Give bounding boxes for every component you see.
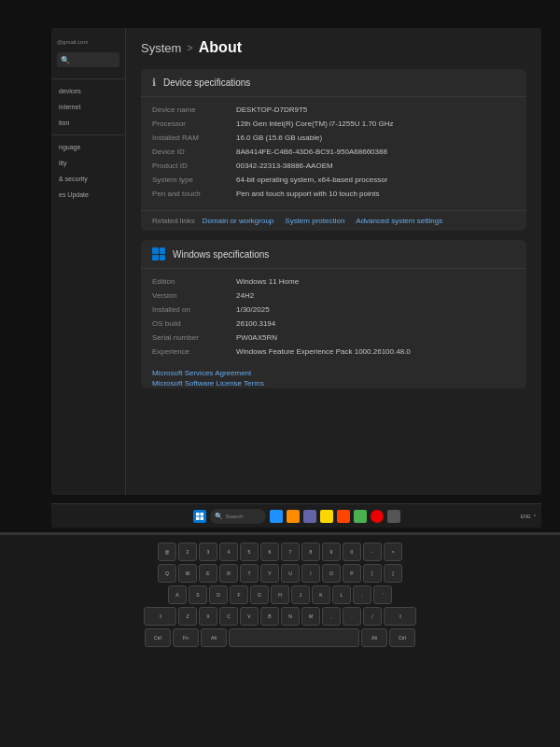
- key-shift-left[interactable]: ⇧: [144, 607, 176, 626]
- key-3[interactable]: 3: [199, 543, 217, 561]
- key-alt-right[interactable]: Alt: [361, 628, 387, 647]
- key-j[interactable]: J: [291, 585, 310, 604]
- key-l[interactable]: L: [332, 585, 351, 604]
- key-minus[interactable]: -: [363, 543, 382, 561]
- key-quote[interactable]: ': [373, 585, 392, 604]
- sidebar-item-accessibility[interactable]: lity: [51, 155, 125, 171]
- key-d[interactable]: D: [209, 585, 228, 604]
- taskbar-app-edge[interactable]: [270, 510, 283, 523]
- taskbar-chevron: ^: [534, 514, 536, 519]
- key-8[interactable]: 8: [301, 543, 320, 561]
- taskbar-app-4[interactable]: [354, 510, 367, 523]
- taskbar-app-netflix[interactable]: [371, 510, 384, 523]
- key-p[interactable]: P: [343, 564, 361, 583]
- windows-icon: [152, 247, 165, 261]
- win-spec-label-experience: Experience: [152, 347, 236, 356]
- key-b[interactable]: B: [260, 607, 279, 626]
- key-o[interactable]: O: [322, 564, 341, 583]
- screen-area: @gmail.com 🔍 devices internet tion nguag…: [51, 28, 541, 495]
- key-n[interactable]: N: [281, 607, 300, 626]
- svg-rect-0: [196, 513, 200, 516]
- key-6[interactable]: 6: [260, 543, 279, 561]
- taskbar-app-settings[interactable]: [387, 510, 400, 523]
- key-y[interactable]: Y: [260, 564, 279, 583]
- key-semicolon[interactable]: ;: [353, 585, 371, 604]
- key-shift-right[interactable]: ⇧: [384, 607, 416, 626]
- spec-row-systemtype: System type 64-bit operating system, x64…: [152, 173, 515, 187]
- key-equals[interactable]: =: [384, 543, 402, 561]
- key-h[interactable]: H: [271, 585, 289, 604]
- spec-label-devicename: Device name: [152, 106, 236, 114]
- key-e[interactable]: E: [199, 564, 217, 583]
- sidebar-search[interactable]: 🔍: [57, 52, 119, 67]
- ms-license-terms-link[interactable]: Microsoft Software License Terms: [141, 378, 526, 388]
- system-protection-link[interactable]: System protection: [285, 217, 344, 225]
- key-ctrl-right[interactable]: Ctrl: [389, 628, 415, 647]
- start-button[interactable]: [193, 510, 206, 523]
- spec-label-processor: Processor: [152, 120, 236, 128]
- taskbar-search[interactable]: 🔍 Search: [210, 509, 266, 524]
- sidebar-item-devices[interactable]: devices: [51, 83, 125, 99]
- sidebar-item-update[interactable]: es Update: [51, 187, 125, 203]
- key-g[interactable]: G: [250, 585, 269, 604]
- spec-row-productid: Product ID 00342-22313-38886-AAOEM: [152, 159, 515, 173]
- keyboard: @ 2 3 4 5 6 7 8 9 0 - = Q W E R T Y U: [0, 532, 560, 747]
- key-0[interactable]: 0: [343, 543, 361, 561]
- windows-specs-header: Windows specifications: [141, 240, 526, 269]
- key-w[interactable]: W: [178, 564, 197, 583]
- advanced-system-settings-link[interactable]: Advanced system settings: [356, 217, 442, 225]
- sidebar-item-tion[interactable]: tion: [51, 115, 125, 131]
- taskbar-app-2[interactable]: [320, 510, 333, 523]
- key-space[interactable]: [229, 628, 359, 647]
- key-c[interactable]: C: [219, 607, 238, 626]
- device-specs-title: Device specifications: [163, 78, 250, 88]
- windows-start-icon: [196, 513, 203, 520]
- key-f[interactable]: F: [230, 585, 248, 604]
- sidebar-item-internet[interactable]: internet: [51, 99, 125, 115]
- windows-spec-table: Edition Windows 11 Home Version 24H2 Ins…: [141, 269, 526, 368]
- windows-specs-card: Windows specifications Edition Windows 1…: [141, 240, 526, 388]
- win-spec-row-version: Version 24H2: [152, 289, 515, 303]
- key-r[interactable]: R: [219, 564, 238, 583]
- win-spec-value-edition: Windows 11 Home: [236, 277, 515, 286]
- spec-value-deviceid: 8A8414FE-C4B6-43D6-BC91-950A68660388: [236, 148, 515, 156]
- key-ctrl-left[interactable]: Ctrl: [145, 628, 171, 647]
- ms-services-agreement-link[interactable]: Microsoft Services Agreement: [141, 368, 526, 378]
- spec-row-pentouch: Pen and touch Pen and touch support with…: [152, 187, 515, 201]
- domain-workgroup-link[interactable]: Domain or workgroup: [203, 217, 273, 225]
- key-2[interactable]: 2: [178, 543, 197, 561]
- key-u[interactable]: U: [281, 564, 300, 583]
- key-z[interactable]: Z: [178, 607, 197, 626]
- sidebar-item-security[interactable]: & security: [51, 171, 125, 187]
- taskbar-app-1[interactable]: [287, 510, 300, 523]
- taskbar-language: ENG: [521, 514, 531, 519]
- taskbar-app-3[interactable]: [337, 510, 350, 523]
- laptop-frame: @gmail.com 🔍 devices internet tion nguag…: [0, 0, 560, 747]
- key-s[interactable]: S: [189, 585, 207, 604]
- key-4[interactable]: 4: [219, 543, 238, 561]
- key-lbracket[interactable]: [: [363, 564, 382, 583]
- key-row-4: ⇧ Z X C V B N M , . / ⇧: [9, 607, 551, 626]
- taskbar: 🔍 Search ENG ^: [51, 503, 541, 528]
- key-7[interactable]: 7: [281, 543, 300, 561]
- key-a[interactable]: A: [168, 585, 187, 604]
- key-t[interactable]: T: [240, 564, 259, 583]
- key-comma[interactable]: ,: [322, 607, 341, 626]
- sidebar-item-language[interactable]: nguage: [51, 139, 125, 155]
- key-rbracket[interactable]: ]: [384, 564, 402, 583]
- win-spec-row-serial: Serial number PW0AX5RN: [152, 331, 515, 345]
- key-alt-left[interactable]: Alt: [201, 628, 227, 647]
- key-period[interactable]: .: [343, 607, 361, 626]
- key-slash[interactable]: /: [363, 607, 382, 626]
- key-9[interactable]: 9: [322, 543, 341, 561]
- key-k[interactable]: K: [312, 585, 330, 604]
- key-m[interactable]: M: [301, 607, 320, 626]
- key-at[interactable]: @: [158, 543, 176, 561]
- key-fn[interactable]: Fn: [173, 628, 199, 647]
- key-5[interactable]: 5: [240, 543, 259, 561]
- taskbar-app-teams[interactable]: [303, 510, 316, 523]
- key-x[interactable]: X: [199, 607, 217, 626]
- key-v[interactable]: V: [240, 607, 259, 626]
- key-i[interactable]: I: [301, 564, 320, 583]
- key-q[interactable]: Q: [158, 564, 176, 583]
